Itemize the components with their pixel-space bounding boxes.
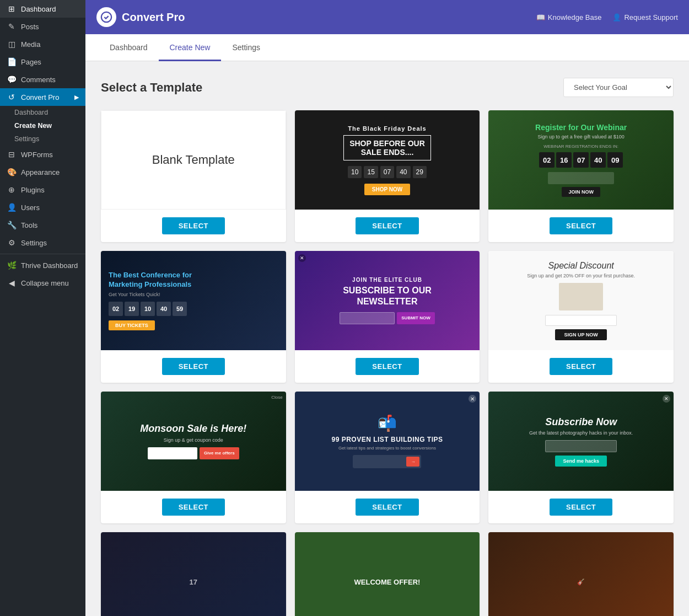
brand-name: Convert Pro: [122, 11, 185, 24]
sidebar-item-label: Collapse menu: [21, 279, 69, 287]
template-card-monsoon: Close Monsoon Sale is Here! Sign up & ge…: [101, 392, 286, 523]
sidebar-item-plugins[interactable]: ⊕ Plugins: [0, 181, 85, 199]
template-preview-newsletter: ✕ JOIN THE ELITE CLUB SUBSCRIBE TO OURNE…: [295, 251, 480, 350]
sidebar-item-collapse[interactable]: ◀ Collapse menu: [0, 274, 85, 292]
tools-icon: 🔧: [7, 221, 17, 229]
template-preview-partial3: 🎸: [488, 532, 674, 616]
sidebar: ⊞ Dashboard ✎ Posts ◫ Media 📄 Pages 💬 Co…: [0, 0, 85, 616]
request-support-label: Request Support: [624, 13, 678, 22]
page-title: Select a Template: [101, 81, 202, 95]
dashboard-icon: ⊞: [7, 4, 17, 13]
tabs-bar: Dashboard Create New Settings: [85, 34, 689, 61]
select-button-discount[interactable]: SELECT: [550, 358, 612, 375]
select-button-webinar[interactable]: SELECT: [550, 217, 612, 234]
template-footer: SELECT: [101, 491, 286, 523]
topbar: Convert Pro 📖 Knowledge Base 👤 Request S…: [85, 0, 689, 34]
template-footer: SELECT: [101, 350, 286, 383]
sidebar-item-label: Convert Pro: [21, 93, 59, 101]
template-footer: SELECT: [101, 210, 286, 242]
template-preview-subscribe-now: ✕ Subscribe Now Get the latest photograp…: [488, 392, 674, 491]
select-button-monsoon[interactable]: SELECT: [162, 499, 225, 516]
thrive-icon: 🌿: [7, 261, 17, 270]
sidebar-sub-settings[interactable]: Settings: [0, 132, 85, 146]
collapse-icon: ◀: [7, 278, 17, 287]
template-footer: SELECT: [488, 210, 674, 242]
template-footer: SELECT: [295, 350, 480, 383]
sidebar-item-settings[interactable]: ⚙ Settings: [0, 234, 85, 251]
template-card-partial1: 17 SELECT: [101, 532, 286, 616]
media-icon: ◫: [7, 40, 17, 49]
template-card-subscribe-now: ✕ Subscribe Now Get the latest photograp…: [488, 392, 674, 523]
template-preview-partial1: 17: [101, 532, 286, 616]
sidebar-item-dashboard[interactable]: ⊞ Dashboard: [0, 0, 85, 18]
knowledge-base-label: Knowledge Base: [548, 13, 602, 22]
sidebar-item-pages[interactable]: 📄 Pages: [0, 53, 85, 71]
sidebar-item-label: Settings: [21, 239, 47, 247]
support-icon: 👤: [612, 13, 621, 22]
sidebar-item-label: WPForms: [21, 151, 53, 159]
tab-create-new[interactable]: Create New: [159, 34, 222, 61]
sidebar-item-tools[interactable]: 🔧 Tools: [0, 216, 85, 234]
tab-settings[interactable]: Settings: [221, 34, 271, 61]
select-button-newsletter[interactable]: SELECT: [356, 358, 418, 375]
template-footer: SELECT: [295, 210, 480, 242]
sidebar-item-label: Media: [21, 40, 40, 49]
sidebar-sub-create-new[interactable]: Create New: [0, 119, 85, 132]
select-button-black-friday[interactable]: SELECT: [356, 217, 418, 234]
select-button-subscribe-now[interactable]: SELECT: [550, 499, 612, 516]
template-card-webinar: Register for Our Webinar Sign up to get …: [488, 110, 674, 242]
template-footer: SELECT: [488, 491, 674, 523]
sidebar-item-label: Appearance: [21, 168, 60, 176]
template-card-partial2: WELCOME OFFER! SELECT: [295, 532, 480, 616]
template-card-newsletter: ✕ JOIN THE ELITE CLUB SUBSCRIBE TO OURNE…: [295, 251, 480, 383]
tab-dashboard[interactable]: Dashboard: [99, 34, 159, 61]
template-preview-listbuilding: ✕ 📬 99 PROVEN LIST BUILDING TIPS Get lat…: [295, 392, 480, 491]
select-button-conference[interactable]: SELECT: [162, 358, 225, 375]
svg-point-0: [101, 12, 111, 22]
sidebar-item-label: Plugins: [21, 186, 45, 194]
request-support-link[interactable]: 👤 Request Support: [612, 13, 678, 22]
template-preview-black-friday: The Black Friday Deals SHOP BEFORE OURSA…: [295, 110, 480, 210]
template-preview-partial2: WELCOME OFFER!: [295, 532, 480, 616]
template-card-conference: The Best Conference forMarketing Profess…: [101, 251, 286, 383]
sidebar-item-label: Posts: [21, 23, 39, 31]
sidebar-item-appearance[interactable]: 🎨 Appearance: [0, 163, 85, 181]
sidebar-item-users[interactable]: 👤 Users: [0, 199, 85, 216]
page-body: Select a Template Select Your Goal Blank…: [85, 61, 689, 616]
sidebar-item-posts[interactable]: ✎ Posts: [0, 18, 85, 35]
template-card-partial3: 🎸 SELECT: [488, 532, 674, 616]
sidebar-item-wpforms[interactable]: ⊟ WPForms: [0, 146, 85, 163]
template-footer: SELECT: [488, 350, 674, 383]
plugins-icon: ⊕: [7, 185, 17, 194]
comments-icon: 💬: [7, 75, 17, 84]
sidebar-item-label: Pages: [21, 58, 41, 66]
goal-select[interactable]: Select Your Goal: [563, 78, 674, 97]
template-card-discount: Special Discount Sign up and get 20% OFF…: [488, 251, 674, 383]
select-button-listbuilding[interactable]: SELECT: [356, 499, 418, 516]
templates-grid: Blank Template SELECT The Black Friday D…: [101, 110, 674, 616]
sidebar-item-thrive[interactable]: 🌿 Thrive Dashboard: [0, 256, 85, 274]
sidebar-item-label: Thrive Dashboard: [21, 261, 78, 270]
brand: Convert Pro: [96, 7, 185, 27]
sidebar-item-comments[interactable]: 💬 Comments: [0, 71, 85, 88]
sidebar-item-media[interactable]: ◫ Media: [0, 35, 85, 53]
template-card-listbuilding: ✕ 📬 99 PROVEN LIST BUILDING TIPS Get lat…: [295, 392, 480, 523]
convert-pro-icon: ↺: [7, 93, 17, 101]
template-preview-monsoon: Close Monsoon Sale is Here! Sign up & ge…: [101, 392, 286, 491]
page-header: Select a Template Select Your Goal: [101, 78, 674, 97]
sidebar-item-label: Tools: [21, 221, 37, 229]
posts-icon: ✎: [7, 22, 17, 31]
users-icon: 👤: [7, 203, 17, 212]
brand-icon: [96, 7, 116, 27]
sidebar-item-convert-pro[interactable]: ↺ Convert Pro ▶: [0, 88, 85, 106]
sidebar-item-label: Comments: [21, 76, 56, 84]
topbar-actions: 📖 Knowledge Base 👤 Request Support: [536, 13, 678, 22]
template-preview-conference: The Best Conference forMarketing Profess…: [101, 251, 286, 350]
knowledge-base-icon: 📖: [536, 13, 545, 22]
template-card-blank: Blank Template SELECT: [101, 110, 286, 242]
sidebar-sub-dashboard[interactable]: Dashboard: [0, 106, 85, 119]
select-button-blank[interactable]: SELECT: [162, 217, 225, 234]
template-footer: SELECT: [295, 491, 480, 523]
knowledge-base-link[interactable]: 📖 Knowledge Base: [536, 13, 602, 22]
template-preview-blank: Blank Template: [101, 110, 286, 210]
